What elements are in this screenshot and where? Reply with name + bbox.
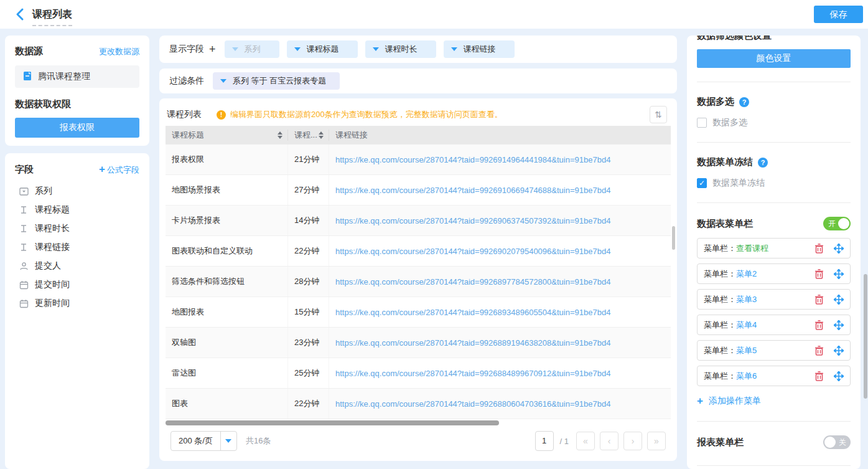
plus-icon: + bbox=[697, 395, 703, 407]
field-item-course-link[interactable]: 课程链接 bbox=[15, 238, 139, 257]
table-menu-toggle[interactable]: 开 bbox=[823, 217, 851, 230]
field-item-submit-time[interactable]: 提交时间 bbox=[15, 275, 139, 294]
datasource-title: 数据源 bbox=[15, 45, 43, 57]
display-field-tag-course-title[interactable]: 课程标题 bbox=[287, 40, 358, 58]
fields-title: 字段 bbox=[15, 164, 34, 176]
add-display-field-icon[interactable]: + bbox=[209, 43, 216, 56]
menu-item-label[interactable]: 菜单6 bbox=[736, 371, 757, 382]
add-formula-field-link[interactable]: +公式字段 bbox=[99, 163, 139, 176]
menu-item: 菜单栏： 菜单6 bbox=[697, 366, 851, 386]
caret-down-icon bbox=[220, 79, 226, 83]
menu-item-label[interactable]: 菜单3 bbox=[736, 294, 757, 305]
move-icon[interactable] bbox=[833, 371, 844, 381]
window-scrollbar[interactable] bbox=[864, 274, 867, 399]
menu-freeze-checkbox-label: 数据菜单冻结 bbox=[712, 178, 765, 189]
table-header-row: 课程标题 课程... 课程链接 bbox=[166, 126, 671, 144]
datasource-name: 腾讯课程整理 bbox=[38, 71, 90, 82]
data-permission-title: 数据获取权限 bbox=[15, 98, 139, 110]
horizontal-scrollbar-thumb[interactable] bbox=[166, 420, 499, 425]
pager-first-icon[interactable]: « bbox=[576, 432, 595, 450]
move-icon[interactable] bbox=[833, 243, 844, 253]
course-link[interactable]: https://ke.qq.com/course/2870144?taid=99… bbox=[329, 175, 671, 205]
filter-condition-tag[interactable]: 系列 等于 百宝云报表专题 bbox=[213, 72, 340, 90]
help-icon[interactable]: ? bbox=[739, 97, 749, 107]
menu-freeze-title: 数据菜单冻结 bbox=[697, 156, 753, 168]
table-horizontal-scrollbar bbox=[166, 420, 671, 425]
save-button[interactable]: 保存 bbox=[814, 6, 863, 23]
display-field-tag-course-duration[interactable]: 课程时长 bbox=[365, 40, 436, 58]
trash-icon[interactable] bbox=[814, 371, 824, 381]
display-field-tag-series[interactable]: 系列 bbox=[225, 40, 279, 58]
table-menu-title: 数据表菜单栏 bbox=[697, 218, 753, 230]
pagination-bar: 200 条/页 共16条 1 / 1 « ‹ › » bbox=[166, 430, 671, 452]
menu-item: 菜单栏： 查看课程 bbox=[697, 238, 851, 258]
menu-item: 菜单栏： 菜单3 bbox=[697, 289, 851, 310]
text-field-icon bbox=[19, 242, 29, 252]
course-table-card: 课程列表 ! 编辑界面只取数据源前200条作为查询数据预览，完整数据请访问页面查… bbox=[159, 98, 677, 461]
report-menu-title: 报表菜单栏 bbox=[697, 437, 744, 448]
fields-panel: 字段 +公式字段 系列 课程标题 课程时长 课程链接 提交人 提交时间 bbox=[5, 153, 149, 469]
field-item-course-duration[interactable]: 课程时长 bbox=[15, 219, 139, 238]
caret-down-icon bbox=[232, 47, 238, 51]
trash-icon[interactable] bbox=[814, 268, 824, 279]
change-datasource-link[interactable]: 更改数据源 bbox=[99, 46, 139, 57]
sort-toggle-icon[interactable] bbox=[278, 131, 282, 139]
page-number-input[interactable]: 1 bbox=[535, 431, 554, 451]
trash-icon[interactable] bbox=[814, 320, 824, 330]
settings-panel: 数据筛选颜色设置 颜色设置 数据多选 ? 数据多选 数据菜单冻结 ? ✓ 数据菜… bbox=[687, 36, 861, 469]
filter-label: 过滤条件 bbox=[169, 75, 204, 87]
course-link[interactable]: https://ke.qq.com/course/2870144?taid=99… bbox=[329, 267, 671, 296]
course-link[interactable]: https://ke.qq.com/course/2870144?taid=99… bbox=[329, 206, 671, 235]
menu-item-label[interactable]: 查看课程 bbox=[736, 243, 768, 254]
sort-icon[interactable]: ⇅ bbox=[650, 106, 667, 123]
sort-toggle-icon[interactable] bbox=[319, 131, 324, 139]
field-item-course-title[interactable]: 课程标题 bbox=[15, 201, 139, 219]
trash-icon[interactable] bbox=[814, 345, 824, 356]
menu-item: 菜单栏： 菜单2 bbox=[697, 263, 851, 284]
trash-icon[interactable] bbox=[814, 294, 824, 305]
back-icon[interactable] bbox=[14, 7, 27, 21]
field-item-series[interactable]: 系列 bbox=[15, 182, 139, 201]
page-size-select[interactable]: 200 条/页 bbox=[170, 431, 237, 451]
menu-item-label[interactable]: 菜单2 bbox=[736, 268, 757, 280]
menu-item-label[interactable]: 菜单5 bbox=[736, 345, 757, 356]
menu-freeze-checkbox[interactable]: ✓ bbox=[697, 178, 707, 188]
menu-item: 菜单栏： 菜单5 bbox=[697, 340, 851, 361]
menu-item: 菜单栏： 菜单4 bbox=[697, 315, 851, 335]
report-permission-button[interactable]: 报表权限 bbox=[15, 118, 139, 138]
course-link[interactable]: https://ke.qq.com/course/2870144?taid=99… bbox=[329, 144, 671, 174]
course-link[interactable]: https://ke.qq.com/course/2870144?taid=99… bbox=[329, 358, 671, 388]
add-action-menu-link[interactable]: + 添加操作菜单 bbox=[697, 395, 851, 407]
course-link[interactable]: https://ke.qq.com/course/2870144?taid=99… bbox=[329, 236, 671, 266]
date-field-icon bbox=[19, 298, 29, 308]
menu-item-label[interactable]: 菜单4 bbox=[736, 320, 757, 331]
display-field-tag-course-link[interactable]: 课程链接 bbox=[444, 40, 515, 58]
course-link[interactable]: https://ke.qq.com/course/2870144?taid=99… bbox=[329, 328, 671, 358]
color-settings-title: 数据筛选颜色设置 bbox=[697, 36, 851, 42]
help-icon[interactable]: ? bbox=[758, 158, 768, 168]
move-icon[interactable] bbox=[833, 320, 844, 330]
menu-list: 菜单栏： 查看课程 菜单栏： 菜单2 菜单栏： 菜单3 菜单栏： bbox=[697, 238, 851, 386]
trash-icon[interactable] bbox=[814, 243, 824, 253]
document-icon bbox=[22, 71, 32, 83]
color-settings-button[interactable]: 颜色设置 bbox=[697, 49, 851, 68]
course-link[interactable]: https://ke.qq.com/course/2870144?taid=99… bbox=[329, 297, 671, 327]
report-menu-toggle[interactable]: 关 bbox=[823, 435, 851, 449]
move-icon[interactable] bbox=[833, 345, 844, 356]
table-row: 雷达图 25分钟 https://ke.qq.com/course/287014… bbox=[166, 358, 671, 389]
move-icon[interactable] bbox=[833, 294, 844, 305]
table-title: 课程列表 bbox=[167, 109, 202, 120]
datasource-item[interactable]: 腾讯课程整理 bbox=[15, 65, 139, 88]
field-item-update-time[interactable]: 更新时间 bbox=[15, 294, 139, 313]
multi-select-checkbox[interactable] bbox=[697, 118, 707, 128]
table-row: 报表权限 21分钟 https://ke.qq.com/course/28701… bbox=[166, 144, 671, 175]
course-link[interactable]: https://ke.qq.com/course/2870144?taid=99… bbox=[329, 389, 671, 419]
move-icon[interactable] bbox=[833, 268, 844, 279]
pager-prev-icon[interactable]: ‹ bbox=[600, 432, 618, 450]
field-item-submitter[interactable]: 提交人 bbox=[15, 257, 139, 275]
plus-icon: + bbox=[99, 163, 105, 175]
table-vertical-scrollbar[interactable] bbox=[672, 226, 675, 250]
pager-next-icon[interactable]: › bbox=[623, 432, 642, 450]
pager-last-icon[interactable]: » bbox=[647, 432, 666, 450]
text-field-icon bbox=[19, 205, 29, 215]
